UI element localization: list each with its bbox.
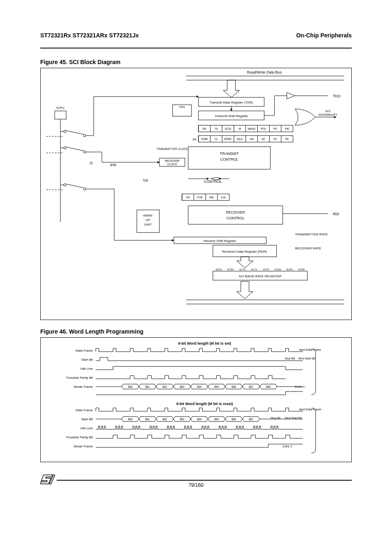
tdo-label: TDO [333, 94, 341, 98]
svg-text:PE: PE [285, 138, 289, 140]
svg-text:Bit5: Bit5 [214, 418, 219, 421]
svg-text:TC: TC [214, 138, 218, 140]
cr2-bits: TIETCIERIEILIE [182, 194, 229, 200]
header-rule [40, 48, 352, 48]
svg-text:Bit3: Bit3 [180, 418, 184, 421]
ns8-label: Next Start Bit [285, 417, 302, 419]
nd9-label: Next Data Frame [299, 348, 321, 351]
svg-marker-2 [223, 80, 240, 97]
rclk1: CLOCK [167, 163, 177, 166]
svg-text:PCE: PCE [261, 127, 266, 130]
sr-bits: TDRETCRDRFIDLEORNFFEPE [198, 136, 293, 142]
svg-text:IDLE: IDLE [237, 138, 243, 140]
brr-bits: SCP1SCP0SCT2SCT1SCT0SCR2SCR1SCR0 [216, 268, 305, 271]
svg-text:FE: FE [274, 138, 277, 140]
block-diagram-svg: Read/Write Data Bus Transmit Data Regist… [40, 68, 352, 320]
svg-text:SCT0: SCT0 [263, 268, 270, 271]
svg-point-82 [64, 147, 66, 149]
svg-text:Bit7: Bit7 [249, 385, 254, 388]
rc0: RECEIVER [226, 210, 245, 214]
svg-point-83 [83, 151, 86, 153]
svg-text:Bit1: Bit1 [145, 418, 150, 421]
header-section: On-Chip Peripherals [296, 32, 352, 39]
svg-text:NF: NF [262, 138, 265, 140]
tdr-label: Transmit Data Register (TDR) [210, 101, 253, 104]
idle9-label: Idle Line [81, 367, 93, 371]
stop9-label: Stop Bit [285, 357, 295, 360]
svg-text:SCR1: SCR1 [286, 268, 293, 271]
bus-label: Read/Write Data Bus [247, 70, 282, 74]
svg-line-80 [66, 131, 83, 134]
svg-text:Bit4: Bit4 [197, 385, 202, 388]
stop8-label: Stop Bit [270, 417, 281, 420]
svg-text:Bit7: Bit7 [249, 418, 254, 421]
svg-text:RIE: RIE [209, 196, 214, 199]
svg-text:SCT2: SCT2 [239, 268, 246, 271]
svg-marker-62 [237, 257, 253, 268]
svg-marker-9 [287, 92, 295, 99]
svg-text:Bit0: Bit0 [128, 385, 133, 388]
svg-rect-76 [55, 111, 66, 119]
svg-text:SCP1: SCP1 [216, 268, 222, 271]
footer-rule [57, 480, 352, 481]
cr1-bits: R8T8SCIDMWAKEPCEPSPIE [198, 125, 293, 132]
rc1: CONTROL [226, 216, 244, 220]
tsr-label: Transmit Shift Register [214, 114, 248, 118]
svg-line-88 [66, 184, 83, 188]
start8-label: Start Bit [81, 417, 93, 421]
rdi-label: RDI [333, 212, 339, 216]
sci-int0: SCI [325, 109, 330, 113]
svg-text:SCR2: SCR2 [274, 268, 281, 271]
svg-text:TDRE: TDRE [201, 138, 208, 140]
idle8-label: Idle Line [81, 426, 93, 430]
div16-label: /16 [143, 178, 148, 182]
wu0: WAKE [143, 214, 152, 217]
svg-text:SCP0: SCP0 [227, 268, 234, 271]
brk9-label: Break Frame [74, 385, 93, 389]
tclk: TRANSMITTER CLOCK [157, 147, 188, 150]
rr-label: RECEIVER RATE [295, 246, 321, 250]
svg-text:R8: R8 [203, 127, 206, 130]
tc1: CONTROL [220, 157, 238, 161]
svg-text:Bit0: Bit0 [128, 418, 133, 421]
div2-label: /2 [90, 161, 93, 165]
svg-text:WAKE: WAKE [248, 127, 256, 130]
svg-text:T8: T8 [214, 127, 218, 130]
svg-text:Bit5: Bit5 [214, 385, 219, 388]
svg-point-87 [83, 188, 86, 190]
svg-text:PS: PS [274, 127, 277, 130]
nd8-label: Next Data Frame [299, 408, 321, 411]
svg-text:Bit6: Bit6 [231, 385, 236, 388]
timing-svg: 9-bit Word length (M bit is set) Bit0Bit… [40, 337, 352, 462]
svg-text:Bit1: Bit1 [145, 385, 150, 388]
svg-text:SCR0: SCR0 [298, 268, 305, 271]
svg-text:M: M [239, 127, 241, 130]
svg-text:Bit6: Bit6 [231, 418, 236, 421]
header-product: ST72321Rx ST72321ARx ST72321Jx [40, 32, 139, 39]
wu1: UP [145, 218, 150, 222]
svg-text:PIE: PIE [285, 127, 289, 130]
svg-text:ILIE: ILIE [221, 196, 226, 199]
svg-text:TIE: TIE [186, 196, 190, 199]
svg-line-84 [66, 147, 83, 151]
svg-text:SCT1: SCT1 [251, 268, 258, 271]
pp8-label: Possible Parity Bit [67, 435, 93, 439]
ex9-label: Extra '1' [295, 385, 305, 388]
cr1-header: CR1 [179, 106, 185, 108]
svg-text:Bit3: Bit3 [180, 385, 184, 388]
brk8-label: Break Frame [74, 444, 93, 448]
wu2: UNIT [144, 223, 152, 226]
rclk0: RECEIVER [165, 159, 180, 162]
pp9-label: Possible Parity Bit [67, 376, 93, 380]
svg-marker-72 [237, 281, 253, 299]
footer-page: 79/160 [0, 482, 392, 488]
svg-text:Bit8: Bit8 [266, 385, 271, 388]
tr-label: TRANSMITTER RATE [295, 233, 328, 236]
wl8-title: 8-bit Word length (M bit is reset) [176, 402, 233, 406]
svg-text:Bit2: Bit2 [162, 418, 167, 421]
divpr-label: /PR [110, 163, 117, 167]
svg-text:RDRF: RDRF [224, 138, 232, 140]
sci-int1: INTERRUPT [318, 113, 337, 117]
svg-text:TCIE: TCIE [197, 196, 203, 199]
svg-point-78 [64, 130, 66, 133]
